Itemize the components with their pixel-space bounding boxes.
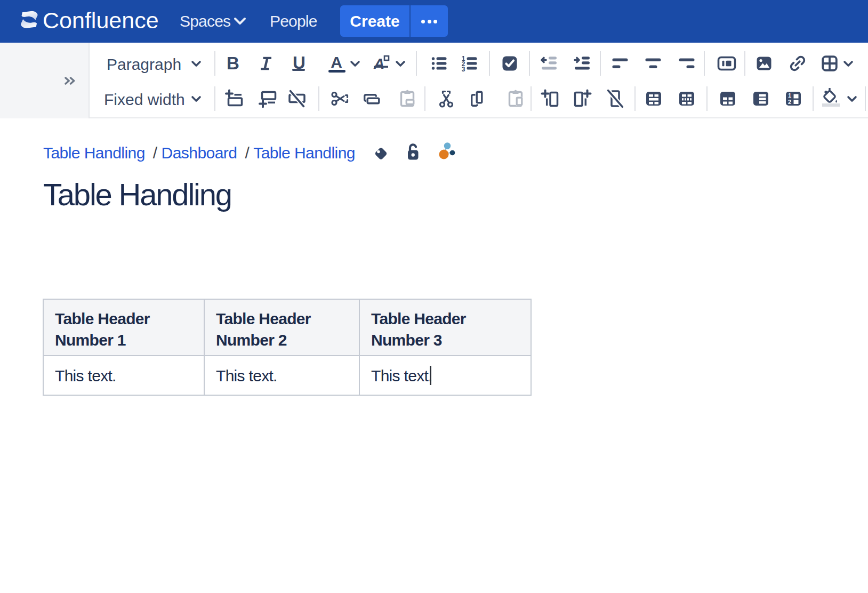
svg-text:1: 1: [788, 92, 791, 99]
svg-text:3: 3: [462, 66, 465, 73]
svg-text:2: 2: [788, 99, 791, 105]
svg-text:A: A: [373, 55, 384, 72]
